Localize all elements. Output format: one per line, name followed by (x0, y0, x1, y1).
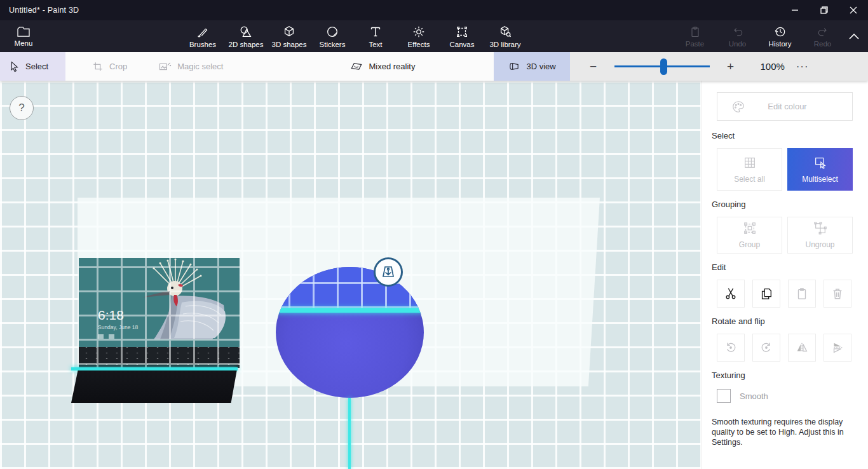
3d-viewport[interactable]: ? (0, 81, 701, 469)
mixed-reality-icon (350, 61, 363, 72)
restore-button[interactable] (810, 0, 839, 20)
3d-selection-panel: 3D selection Edit colour Select Select a… (701, 52, 868, 469)
undo-icon (731, 25, 744, 38)
lockscreen-time: 6:18 (98, 308, 124, 323)
palette-icon (731, 100, 745, 114)
stamp-anchor-icon (380, 264, 397, 280)
3d-shapes-cube-icon (282, 25, 296, 39)
select-section-label: Select (712, 131, 858, 140)
flip-vertical-button[interactable] (824, 334, 851, 362)
zoom-out-button[interactable]: − (583, 56, 604, 78)
crop-tool-button[interactable]: Crop (82, 52, 137, 81)
select-tool-button[interactable]: Select (0, 52, 65, 81)
restore-icon (820, 6, 828, 14)
laptop-plane-intersection-glow (71, 367, 238, 370)
stickers-button[interactable]: Stickers (311, 20, 354, 52)
3d-view-button[interactable]: 3D view (494, 52, 569, 81)
collapse-toolbar-button[interactable] (844, 20, 864, 52)
grouping-section-label: Grouping (712, 200, 858, 209)
paste-icon (689, 25, 702, 38)
smooth-checkbox[interactable] (717, 389, 731, 403)
chevron-up-icon (848, 32, 860, 40)
cut-scissors-icon (724, 287, 738, 301)
rotate-flip-button-row (717, 334, 858, 362)
3d-library-icon (498, 25, 512, 39)
delete-button[interactable] (824, 280, 851, 308)
2d-shapes-button[interactable]: 2D shapes (224, 20, 268, 52)
flip-horizontal-button[interactable] (788, 334, 816, 362)
laptop-keyboard (79, 347, 240, 368)
texturing-section-label: Texturing (712, 370, 858, 380)
rotate-right-button[interactable] (752, 334, 780, 362)
lockscreen-status-icons (98, 334, 127, 341)
redo-button[interactable]: Redo (801, 20, 844, 52)
paint3d-window: Untitled* - Paint 3D Menu Brushes (0, 0, 868, 469)
edit-section-label: Edit (712, 262, 858, 272)
group-icon (743, 221, 757, 235)
menu-button[interactable]: Menu (4, 20, 43, 52)
group-button[interactable]: Group (717, 217, 782, 254)
menu-folder-icon (17, 26, 31, 37)
undo-button[interactable]: Undo (716, 20, 759, 52)
rotate-left-button[interactable] (717, 334, 745, 362)
window-title: Untitled* - Paint 3D (9, 6, 79, 15)
main-toolbar: Menu Brushes 2D shapes 3D shapes Sticker… (0, 20, 868, 52)
edit-button-row (717, 280, 858, 308)
more-options-button[interactable]: ··· (796, 60, 809, 73)
select-all-button[interactable]: Select all (717, 148, 782, 191)
sphere-3d-model[interactable] (276, 267, 424, 398)
minimize-button[interactable] (780, 0, 810, 20)
magic-select-icon (159, 61, 172, 72)
zoom-in-button[interactable]: + (720, 56, 742, 78)
smooth-checkbox-row: Smooth (717, 389, 858, 403)
cut-button[interactable] (717, 280, 745, 308)
select-cursor-icon (9, 61, 20, 72)
close-button[interactable] (839, 0, 868, 20)
paste-clipboard-icon (795, 287, 809, 301)
flip-vertical-icon (831, 341, 844, 355)
grouping-button-row: Group Ungroup (717, 217, 858, 254)
paste-panel-button[interactable] (788, 280, 816, 308)
help-question-mark: ? (18, 102, 24, 114)
toolbar-history-group: Paste Undo History Redo (674, 20, 844, 52)
tool-ribbon: Select Crop Magic select Mixed reality 3… (0, 52, 868, 81)
stickers-icon (325, 25, 339, 39)
laptop-base (71, 370, 238, 403)
paste-button[interactable]: Paste (674, 20, 716, 52)
toolbar-tools: Brushes 2D shapes 3D shapes Stickers Tex… (181, 20, 527, 52)
brushes-button[interactable]: Brushes (181, 20, 224, 52)
3d-library-button[interactable]: 3D library (484, 20, 527, 52)
2d-shapes-icon (239, 25, 253, 39)
canvas-frame-icon (455, 25, 469, 39)
magic-select-button[interactable]: Magic select (149, 52, 233, 81)
3d-shapes-button[interactable]: 3D shapes (268, 20, 311, 52)
trash-icon (831, 287, 844, 301)
stamp-to-canvas-button[interactable] (374, 257, 403, 287)
sphere-position-indicator-line (348, 398, 351, 469)
text-button[interactable]: Text (354, 20, 397, 52)
titlebar: Untitled* - Paint 3D (0, 0, 868, 20)
edit-colour-button[interactable]: Edit colour (717, 92, 853, 121)
canvas-button[interactable]: Canvas (440, 20, 484, 52)
crop-icon (92, 61, 104, 72)
ungroup-icon (813, 221, 827, 235)
copy-button[interactable] (752, 280, 780, 308)
window-controls (780, 0, 868, 20)
rotate-left-icon (724, 341, 738, 355)
flip-horizontal-icon (795, 341, 809, 355)
effects-sun-icon (412, 25, 426, 39)
laptop-3d-model[interactable]: 6:18 Sunday, June 18 (70, 257, 241, 404)
zoom-slider-thumb[interactable] (660, 58, 667, 75)
close-icon (850, 6, 857, 14)
effects-button[interactable]: Effects (397, 20, 440, 52)
multiselect-button[interactable]: Multiselect (787, 148, 853, 191)
crane-bird-image (79, 258, 240, 347)
zoom-slider[interactable] (614, 58, 710, 75)
ungroup-button[interactable]: Ungroup (787, 217, 853, 254)
history-button[interactable]: History (759, 20, 801, 52)
text-icon (369, 25, 383, 39)
redo-icon (817, 25, 829, 38)
help-button[interactable]: ? (10, 96, 34, 120)
mixed-reality-button[interactable]: Mixed reality (340, 52, 425, 81)
laptop-screen: 6:18 Sunday, June 18 (79, 258, 240, 347)
